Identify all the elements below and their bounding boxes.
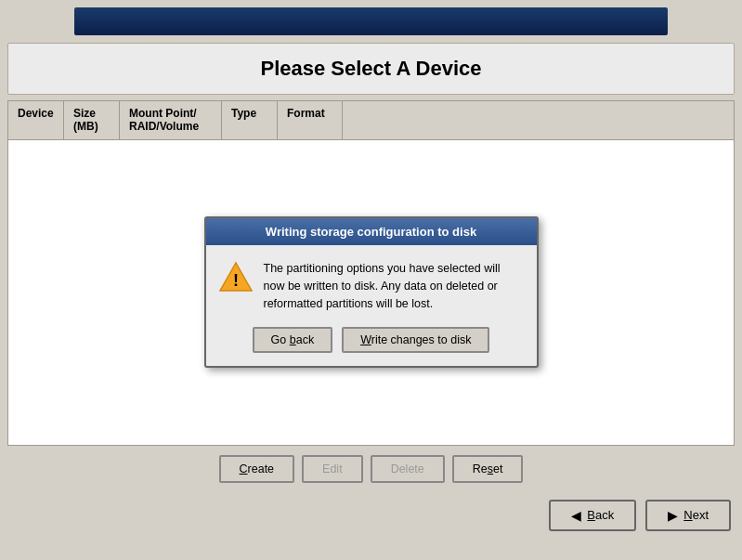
next-icon: ▶ [668,508,678,523]
write-changes-label: Write changes to disk [360,333,471,346]
write-changes-button[interactable]: Write changes to disk [342,327,489,353]
table-header: Device Size (MB) Mount Point/ RAID/Volum… [7,100,735,139]
col-header-mount: Mount Point/ RAID/Volume [120,101,222,139]
col-header-device: Device [8,101,64,139]
action-bar: Create Edit Delete Reset [0,446,742,492]
edit-label: Edit [322,462,343,475]
dialog-buttons: Go back Write changes to disk [206,323,537,366]
col-header-format: Format [278,101,343,139]
top-bar [74,7,668,35]
reset-button[interactable]: Reset [452,455,524,483]
delete-button[interactable]: Delete [371,455,445,483]
dialog-body: ! The partitioning options you have sele… [206,245,537,323]
back-label: Back [587,508,614,522]
dialog-title: Writing storage configuration to disk [206,218,537,245]
col-header-size: Size (MB) [64,101,120,139]
reset-label: Reset [473,462,503,475]
go-back-label: Go back [271,333,315,346]
nav-bar: ◀ Back ▶ Next [0,492,742,539]
next-button[interactable]: ▶ Next [645,500,731,531]
dialog-message: The partitioning options you have select… [264,260,524,312]
edit-button[interactable]: Edit [302,455,363,483]
page-title: Please Select A Device [21,57,721,81]
back-icon: ◀ [571,508,581,523]
next-label: Next [683,508,709,522]
svg-text:!: ! [233,271,239,290]
back-button[interactable]: ◀ Back [549,500,636,531]
col-header-type: Type [222,101,278,139]
delete-label: Delete [391,462,424,475]
go-back-button[interactable]: Go back [253,327,333,353]
table-body: Writing storage configuration to disk ! … [7,139,735,446]
dialog-overlay: Writing storage configuration to disk ! … [8,140,734,445]
warning-icon: ! [219,260,253,293]
dialog: Writing storage configuration to disk ! … [204,216,539,368]
create-button[interactable]: Create [219,455,295,483]
title-section: Please Select A Device [7,43,735,95]
create-label: Create [240,462,275,475]
